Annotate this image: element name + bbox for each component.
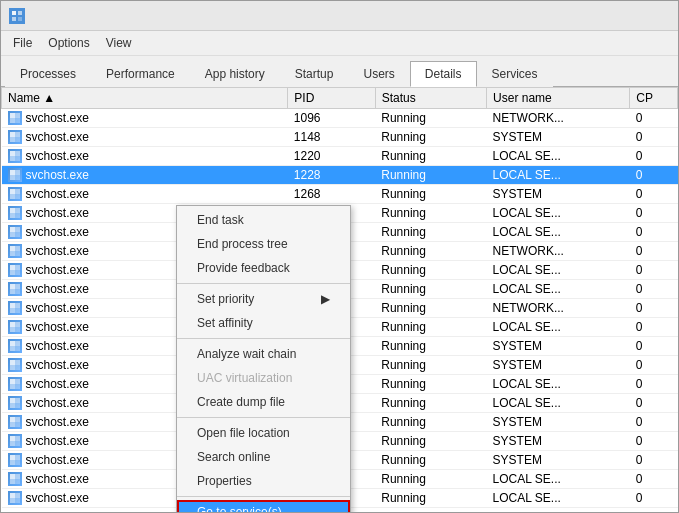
context-menu-item-open-file-location[interactable]: Open file location: [177, 421, 350, 445]
process-name: svchost.exe: [26, 320, 89, 334]
minimize-button[interactable]: [588, 6, 614, 26]
cell-cp: 0: [630, 489, 678, 508]
menu-options[interactable]: Options: [40, 33, 97, 53]
svg-rect-43: [15, 289, 20, 294]
svg-rect-10: [10, 137, 15, 142]
context-menu: End taskEnd process treeProvide feedback…: [176, 205, 351, 512]
cell-cp: 0: [630, 470, 678, 489]
col-header-name[interactable]: Name ▲: [2, 88, 288, 109]
context-menu-item-set-affinity[interactable]: Set affinity: [177, 311, 350, 335]
svg-rect-45: [15, 303, 20, 308]
process-name: svchost.exe: [26, 206, 89, 220]
cell-user: LOCAL SE...: [487, 489, 630, 508]
svg-rect-3: [18, 17, 22, 21]
menu-bar: File Options View: [1, 31, 678, 56]
cell-status: Running: [375, 432, 486, 451]
svg-rect-46: [10, 308, 15, 313]
cell-cp: 0: [630, 432, 678, 451]
context-menu-item-create-dump-file[interactable]: Create dump file: [177, 390, 350, 414]
process-icon: [8, 320, 22, 334]
svg-rect-56: [10, 360, 15, 365]
context-menu-item-properties[interactable]: Properties: [177, 469, 350, 493]
col-header-user[interactable]: User name: [487, 88, 630, 109]
process-icon: [8, 206, 22, 220]
cell-user: NETWORK...: [487, 242, 630, 261]
context-menu-item-analyze-wait-chain[interactable]: Analyze wait chain: [177, 342, 350, 366]
cell-status: Running: [375, 204, 486, 223]
svg-rect-13: [15, 151, 20, 156]
context-menu-item-end-task[interactable]: End task: [177, 208, 350, 232]
cell-user: LOCAL SE...: [487, 318, 630, 337]
table-row[interactable]: svchost.exe1148RunningSYSTEM0: [2, 128, 678, 147]
cell-cp: 0: [630, 204, 678, 223]
context-menu-item-search-online[interactable]: Search online: [177, 445, 350, 469]
close-button[interactable]: [644, 6, 670, 26]
col-header-pid[interactable]: PID: [288, 88, 375, 109]
cell-name: svchost.exe: [2, 109, 288, 128]
svg-rect-28: [10, 227, 15, 232]
svg-rect-12: [10, 151, 15, 156]
table-row[interactable]: svchost.exe1096RunningNETWORK...0: [2, 109, 678, 128]
tab-app-history[interactable]: App history: [190, 61, 280, 87]
menu-view[interactable]: View: [98, 33, 140, 53]
cell-user: SYSTEM: [487, 451, 630, 470]
svg-rect-53: [15, 341, 20, 346]
table-row[interactable]: svchost.exe1268RunningSYSTEM0: [2, 185, 678, 204]
process-icon: [8, 149, 22, 163]
svg-rect-2: [12, 17, 16, 21]
svg-rect-6: [10, 118, 15, 123]
maximize-button[interactable]: [616, 6, 642, 26]
process-icon: [8, 130, 22, 144]
process-icon: [8, 358, 22, 372]
svg-rect-73: [15, 436, 20, 441]
col-header-cp[interactable]: CP: [630, 88, 678, 109]
svg-rect-1: [18, 11, 22, 15]
svg-rect-83: [15, 479, 20, 484]
svg-rect-63: [15, 384, 20, 389]
cell-status: Running: [375, 299, 486, 318]
table-row[interactable]: svchost.exe1220RunningLOCAL SE...0: [2, 147, 678, 166]
cell-user: SYSTEM: [487, 413, 630, 432]
cell-status: Running: [375, 489, 486, 508]
process-icon: [8, 187, 22, 201]
context-menu-item-end-process-tree[interactable]: End process tree: [177, 232, 350, 256]
cell-status: Running: [375, 166, 486, 185]
svg-rect-55: [15, 346, 20, 351]
context-menu-item-go-to-services[interactable]: Go to service(s): [177, 500, 350, 512]
cell-cp: 0: [630, 223, 678, 242]
process-name: svchost.exe: [26, 453, 89, 467]
context-menu-separator: [177, 496, 350, 497]
svg-rect-24: [10, 208, 15, 213]
cell-cp: 0: [630, 128, 678, 147]
context-menu-item-set-priority[interactable]: Set priority▶: [177, 287, 350, 311]
svg-rect-20: [10, 189, 15, 194]
col-header-status[interactable]: Status: [375, 88, 486, 109]
svg-rect-52: [10, 341, 15, 346]
tab-users[interactable]: Users: [348, 61, 409, 87]
process-name: svchost.exe: [26, 415, 89, 429]
process-name: svchost.exe: [26, 396, 89, 410]
svg-rect-66: [10, 403, 15, 408]
cell-cp: 0: [630, 261, 678, 280]
cell-cp: 0: [630, 109, 678, 128]
svg-rect-81: [15, 474, 20, 479]
svg-rect-27: [15, 213, 20, 218]
table-row[interactable]: svchost.exe1228RunningLOCAL SE...0: [2, 166, 678, 185]
tab-processes[interactable]: Processes: [5, 61, 91, 87]
process-icon: [8, 263, 22, 277]
cell-pid: 1220: [288, 147, 375, 166]
tab-startup[interactable]: Startup: [280, 61, 349, 87]
svg-rect-80: [10, 474, 15, 479]
cell-user: SYSTEM: [487, 185, 630, 204]
process-icon: [8, 434, 22, 448]
tab-performance[interactable]: Performance: [91, 61, 190, 87]
process-name: svchost.exe: [26, 491, 89, 505]
context-menu-item-provide-feedback[interactable]: Provide feedback: [177, 256, 350, 280]
tab-services[interactable]: Services: [477, 61, 553, 87]
app-icon: [9, 8, 25, 24]
process-name: svchost.exe: [26, 130, 89, 144]
cell-status: Running: [375, 470, 486, 489]
svg-rect-30: [10, 232, 15, 237]
tab-details[interactable]: Details: [410, 61, 477, 87]
menu-file[interactable]: File: [5, 33, 40, 53]
